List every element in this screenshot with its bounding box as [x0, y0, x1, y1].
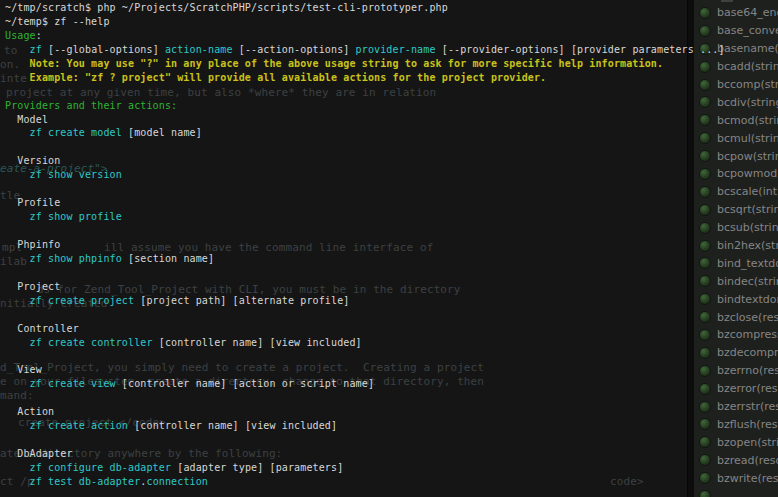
function-list-item[interactable]: bin2hex(string $s: [699, 237, 778, 255]
terminal-text-segment: [controller name] [view included]: [153, 337, 362, 348]
terminal-text-segment: DbAdapter: [5, 448, 73, 459]
function-circle-icon: [699, 25, 711, 37]
terminal-line: Note: You may use "?" in any place of th…: [5, 57, 687, 71]
function-label: base64_encode(str: [717, 6, 778, 19]
function-list-item[interactable]: [699, 487, 778, 497]
terminal-text-segment: [--provider-options] [provider parameter…: [436, 44, 725, 55]
function-circle-icon: [699, 329, 711, 341]
terminal-text-segment: Model: [5, 114, 48, 125]
terminal-line: zf show phpinfo [section name]: [5, 252, 687, 266]
function-label: bzclose(resource: [717, 311, 778, 324]
function-label: bcadd(string $left: [717, 60, 778, 73]
function-label: bcsqrt(string $op: [717, 203, 778, 216]
terminal-text-segment: zf show profile: [30, 211, 122, 222]
function-list-item[interactable]: bzopen(string $fil: [699, 433, 778, 451]
function-list-item[interactable]: bindtextdomain(: [699, 290, 778, 308]
function-list-item[interactable]: bzerrno(resource: [699, 362, 778, 380]
function-label: bindtextdomain(: [717, 293, 778, 306]
function-circle-icon: [699, 383, 711, 395]
function-list-item[interactable]: bcmul(string $left: [699, 129, 778, 147]
function-label: bcpow(string $bas: [717, 150, 778, 163]
terminal-text-segment: Controller: [5, 323, 79, 334]
partial-list-item-fragment: [721, 0, 733, 2]
terminal-text-segment: ~/temp$ zf --help: [5, 16, 110, 27]
function-list-item[interactable]: bzerror(resource: [699, 380, 778, 398]
function-list-item[interactable]: bcsqrt(string $op: [699, 201, 778, 219]
terminal-line: [5, 85, 687, 99]
terminal-text-segment: [5, 44, 30, 55]
terminal-text-segment: zf test db-adapter: [30, 476, 141, 487]
function-label: bzerrstr(resource: [717, 400, 778, 413]
terminal-text-segment: zf: [30, 44, 42, 55]
terminal-line: zf show version: [5, 168, 687, 182]
terminal-line: [5, 140, 687, 154]
function-label: bzflush(resource: [717, 418, 778, 431]
function-list-item[interactable]: bzread(resource: [699, 451, 778, 469]
function-circle-icon: [699, 275, 711, 287]
terminal-line: Model: [5, 113, 687, 127]
function-list-item[interactable]: bzerrstr(resource: [699, 398, 778, 416]
terminal-text-segment: Phpinfo: [5, 239, 60, 250]
terminal-text-segment: provider-name: [356, 44, 436, 55]
terminal-text-segment: [5, 253, 30, 264]
function-list-item[interactable]: bcmod(string $left: [699, 111, 778, 129]
terminal-text-segment: ~/tmp/scratch$ php ~/Projects/ScratchPHP…: [5, 2, 448, 13]
terminal-text-segment: zf create controller: [30, 337, 153, 348]
terminal-line: zf show profile: [5, 210, 687, 224]
function-label: bin2hex(string $s: [717, 239, 778, 252]
function-list-item[interactable]: bccomp(string $le: [699, 76, 778, 94]
function-list-item[interactable]: bcadd(string $left: [699, 58, 778, 76]
function-circle-icon: [699, 293, 711, 305]
terminal-line: [5, 224, 687, 238]
function-list-item[interactable]: bcdiv(string $left: [699, 93, 778, 111]
function-list-item[interactable]: base_convert(strin: [699, 22, 778, 40]
terminal-line: zf create view [controller name] [action…: [5, 377, 687, 391]
terminal-text-segment: action-name: [165, 44, 233, 55]
function-list-item[interactable]: bzwrite(resource: [699, 469, 778, 487]
terminal-line: [5, 391, 687, 405]
terminal-line: zf create project [project path] [altern…: [5, 294, 687, 308]
function-list-item[interactable]: bcsub(string $left: [699, 219, 778, 237]
terminal-line: Controller: [5, 322, 687, 336]
terminal-window[interactable]: toon.inteproject at any given time, but …: [0, 0, 687, 497]
function-circle-icon: [699, 472, 711, 484]
terminal-text-segment: connection: [146, 476, 208, 487]
function-circle-icon: [699, 311, 711, 323]
terminal-line: zf create action [controller name] [view…: [5, 419, 687, 433]
terminal-text-segment: Example: "zf ? project" will provide all…: [5, 72, 546, 83]
function-list-item[interactable]: bind_textdomain_: [699, 254, 778, 272]
function-list-item[interactable]: bzcompress(strin: [699, 326, 778, 344]
function-circle-icon: [699, 257, 711, 269]
terminal-line: ~/tmp/scratch$ php ~/Projects/ScratchPHP…: [5, 1, 687, 15]
function-label: bzopen(string $fil: [717, 436, 778, 449]
function-list-item[interactable]: base64_encode(str: [699, 4, 778, 22]
terminal-line: zf test db-adapter.connection: [5, 475, 687, 489]
function-list-item[interactable]: bzdecompress(st: [699, 344, 778, 362]
terminal-line: Usage:: [5, 29, 687, 43]
terminal-text-segment: [5, 476, 30, 487]
function-list-item[interactable]: bcpowmod(string: [699, 165, 778, 183]
terminal-line: zf configure db-adapter [adapter type] […: [5, 461, 687, 475]
terminal-text-segment: :: [36, 30, 42, 41]
function-list-item[interactable]: bzflush(resource: [699, 415, 778, 433]
terminal-line: Action: [5, 405, 687, 419]
function-label: bzread(resource: [717, 454, 778, 467]
function-circle-icon: [699, 490, 711, 497]
function-circle-icon: [699, 401, 711, 413]
terminal-text-segment: zf create model: [30, 127, 122, 138]
terminal-text-segment: [5, 462, 30, 473]
function-circle-icon: [699, 365, 711, 377]
function-label: base_convert(strin: [717, 24, 778, 37]
function-list-item[interactable]: bcpow(string $bas: [699, 147, 778, 165]
terminal-line: Profile: [5, 196, 687, 210]
function-circle-icon: [699, 204, 711, 216]
function-list-item[interactable]: bcscale(int $scale: [699, 183, 778, 201]
function-circle-icon: [699, 454, 711, 466]
function-label: bindec(string $bin: [717, 275, 778, 288]
function-circle-icon: [699, 7, 711, 19]
function-circle-icon: [699, 240, 711, 252]
function-circle-icon: [699, 168, 711, 180]
function-circle-icon: [699, 96, 711, 108]
function-list-item[interactable]: bindec(string $bin: [699, 272, 778, 290]
function-list-item[interactable]: bzclose(resource: [699, 308, 778, 326]
